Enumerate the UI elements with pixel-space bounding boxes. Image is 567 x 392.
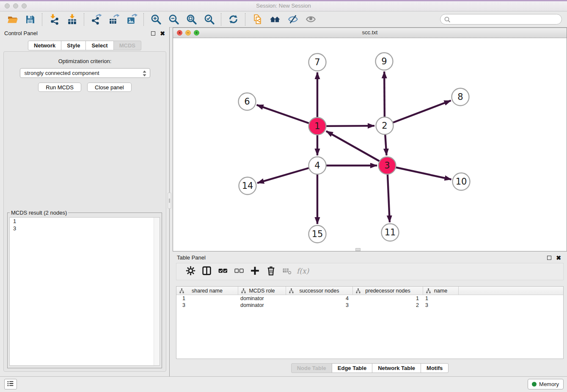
open-session-button[interactable] [3,13,21,26]
memory-button[interactable]: Memory [528,379,564,389]
column-header-MCDS-role[interactable]: MCDS role [238,287,286,295]
network-window: × − + scc.txt 7968124314101511 [173,28,567,251]
edge-1-6[interactable] [257,105,317,126]
toolbar-separator [245,13,245,26]
refresh-layout-button[interactable] [224,13,242,26]
result-line: 3 [10,225,160,232]
tab-node-table[interactable]: Node Table [291,363,332,373]
node-7[interactable]: 7 [309,54,326,71]
zoom-in-icon [150,14,162,25]
toolbar-separator [42,13,42,26]
table-row[interactable]: 3dominator323 [176,302,563,309]
zoom-selected-button[interactable] [200,13,218,26]
mcds-result-area: 13 [9,217,160,366]
tab-style[interactable]: Style [61,41,86,50]
mcds-result-legend: MCDS result (2 nodes) [10,210,68,216]
float-table-panel-icon[interactable] [547,256,551,260]
node-15[interactable]: 15 [309,226,326,243]
table-options-button[interactable] [182,265,198,278]
zoom-in-button[interactable] [147,13,165,26]
trash-icon [266,265,276,278]
export-network-button[interactable] [87,13,105,26]
column-header-predecessor-nodes[interactable]: predecessor nodes [353,287,423,295]
node-8[interactable]: 8 [452,88,469,106]
network-minimize-icon[interactable]: − [185,30,191,36]
tab-network-table[interactable]: Network Table [372,363,421,373]
table-row[interactable]: 1dominator411 [176,295,563,302]
run-mcds-button[interactable]: Run MCDS [38,83,81,92]
network-maximize-icon[interactable]: + [194,30,199,36]
table-cell: 4 [286,295,353,302]
node-2[interactable]: 2 [376,117,394,135]
delete-columns-button[interactable] [263,265,279,278]
tab-select[interactable]: Select [85,41,113,50]
chevron-updown-icon [142,70,147,80]
export-table-icon [108,14,120,25]
node-4[interactable]: 4 [309,157,326,174]
mcds-panel: Optimization criterion: strongly connect… [3,51,166,372]
tab-network[interactable]: Network [28,41,61,50]
columns-icon [201,265,212,278]
unselect-all-columns-button[interactable] [231,265,247,278]
tab-edge-table[interactable]: Edge Table [332,363,372,373]
show-column-panel-button[interactable] [198,265,215,278]
edge-2-8[interactable] [385,101,451,126]
window-minimize-icon[interactable] [13,3,18,8]
graph-canvas[interactable]: 7968124314101511 [173,38,567,251]
show-panels-button[interactable] [302,13,319,26]
edge-3-10[interactable] [387,166,451,179]
svg-text:4: 4 [314,160,320,171]
tab-motifs[interactable]: Motifs [421,363,449,373]
export-table-button[interactable] [105,13,123,26]
table-toolbar: f(x) [176,263,564,280]
node-6[interactable]: 6 [239,93,256,110]
close-panel-icon[interactable]: ✖ [160,31,165,36]
column-header-successor-nodes[interactable]: successor nodes [286,287,353,295]
create-column-button[interactable] [247,265,263,278]
column-label: predecessor nodes [365,288,410,294]
float-panel-icon[interactable] [151,31,155,36]
node-3[interactable]: 3 [379,157,396,174]
ndex-import-button[interactable] [248,13,266,26]
node-11[interactable]: 11 [382,224,399,241]
window-zoom-icon[interactable] [22,3,27,8]
select-all-columns-button[interactable] [215,265,231,278]
criterion-select[interactable]: strongly connected component [20,68,150,78]
node-1[interactable]: 1 [309,118,326,135]
column-header-shared-name[interactable]: shared name [176,287,238,295]
import-network-button[interactable] [45,13,63,26]
app-title: Session: New Session [0,1,567,11]
hide-panels-button[interactable] [284,13,302,26]
table-cell: 3 [423,302,459,309]
save-session-button[interactable] [21,13,39,26]
window-controls[interactable] [5,3,27,8]
toolbar-separator [143,13,144,26]
svg-text:15: 15 [312,229,323,239]
eye-show-icon [305,14,317,25]
network-window-titlebar[interactable]: × − + scc.txt [173,28,567,38]
zoom-out-button[interactable] [165,13,182,26]
home-button[interactable] [266,13,284,26]
edge-4-14[interactable] [257,166,317,183]
edge-3-1[interactable] [326,131,387,166]
tab-mcds[interactable]: MCDS [113,41,141,50]
table-delete-icon [282,265,292,278]
close-table-panel-icon[interactable]: ✖ [556,256,561,260]
window-close-icon[interactable] [5,3,10,8]
show-panel-list-button[interactable] [4,379,17,389]
search-input[interactable] [440,14,562,25]
import-table-button[interactable] [63,13,81,26]
column-header-name[interactable]: name [423,287,459,295]
network-graph[interactable]: 7968124314101511 [173,38,567,251]
result-scrollbar[interactable] [154,218,160,365]
vertical-split-grip[interactable] [168,193,171,209]
node-10[interactable]: 10 [453,173,470,190]
network-close-icon[interactable]: × [177,30,182,36]
close-panel-button[interactable]: Close panel [87,83,132,92]
horizontal-split-grip[interactable] [355,248,361,251]
control-panel-tabs: NetworkStyleSelectMCDS [0,41,169,50]
zoom-fit-button[interactable] [182,13,200,26]
node-14[interactable]: 14 [239,177,256,195]
export-image-button[interactable] [123,13,140,26]
node-9[interactable]: 9 [376,53,393,70]
